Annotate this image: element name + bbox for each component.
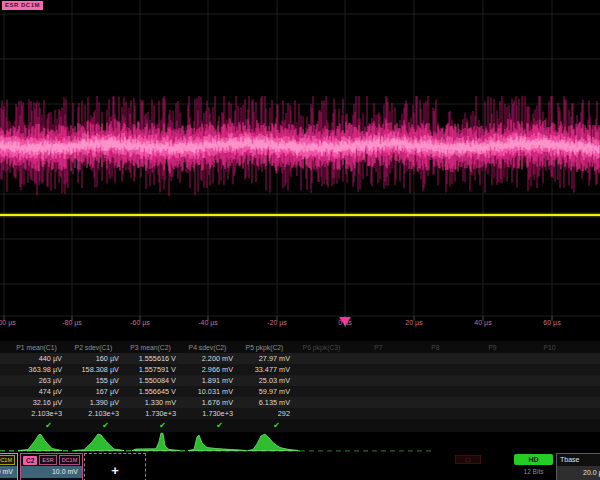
param-header-p10[interactable]: P10 xyxy=(521,344,578,351)
measure-cell: 155 µV xyxy=(65,376,122,385)
measure-cell: 59.97 mV xyxy=(236,387,293,396)
measure-cell: 1.891 mV xyxy=(179,376,236,385)
param-histicon-p5[interactable] xyxy=(248,434,298,451)
oscilloscope-screen: ESR DC1M -100 µs-80 µs-60 µs-40 µs-20 µs… xyxy=(0,0,600,480)
measurement-table: P1 mean(C1)P2 sdev(C1)P3 mean(C2)P4 sdev… xyxy=(0,341,600,432)
measure-cell: 158.308 µV xyxy=(65,365,122,374)
measure-cell: 1.555616 V xyxy=(122,354,179,363)
c1-vdiv-value: 10.0 mV xyxy=(0,466,17,478)
param-header-p3[interactable]: P3 mean(C2) xyxy=(122,344,179,351)
time-axis-label: 40 µs xyxy=(474,319,491,326)
measure-cell: 1.730e+3 xyxy=(179,409,236,418)
measure-cell: 1.330 mV xyxy=(122,398,179,407)
param-header-p7[interactable]: P7 xyxy=(350,344,407,351)
time-axis: -100 µs-80 µs-60 µs-40 µs-20 µs0 µs20 µs… xyxy=(0,317,600,330)
measure-cell: 25.03 mV xyxy=(236,376,293,385)
timebase-descriptor[interactable]: Tbase 20.0 µs/div xyxy=(556,453,600,480)
measure-cell: 32.16 µV xyxy=(8,398,65,407)
time-axis-label: 60 µs xyxy=(543,319,560,326)
time-axis-label: 20 µs xyxy=(405,319,422,326)
histicon-strip xyxy=(0,428,600,456)
c2-vdiv-value: 10.0 mV xyxy=(21,466,82,478)
param-histicon-p1[interactable] xyxy=(18,435,62,451)
measure-cell: 27.97 mV xyxy=(236,354,293,363)
timebase-value: 20.0 µs/div xyxy=(557,466,600,480)
measure-cell: 160 µV xyxy=(65,354,122,363)
hd-badge: HD xyxy=(514,454,553,465)
plot-area xyxy=(0,0,600,332)
param-header-p2[interactable]: P2 sdev(C1) xyxy=(65,344,122,351)
param-header-p4[interactable]: P4 sdev(C2) xyxy=(179,344,236,351)
plus-icon: + xyxy=(111,464,119,477)
param-header-p8[interactable]: P8 xyxy=(407,344,464,351)
measure-cell: 167 µV xyxy=(65,387,122,396)
c2-coupling-tag: DC1M xyxy=(59,455,81,465)
measure-row: 2.103e+32.103e+31.730e+31.730e+3292 xyxy=(0,408,600,419)
measure-row: 474 µV167 µV1.556645 V10.031 mV59.97 mV xyxy=(0,386,600,397)
measure-cell: 363.98 µV xyxy=(8,365,65,374)
measure-cell: 1.556645 V xyxy=(122,387,179,396)
timebase-label: Tbase xyxy=(557,454,600,466)
time-axis-label: -100 µs xyxy=(0,319,16,326)
time-axis-label: -20 µs xyxy=(267,319,287,326)
time-axis-label: -80 µs xyxy=(62,319,82,326)
c2-badge: C2 xyxy=(23,456,37,465)
param-header-p1[interactable]: P1 mean(C1) xyxy=(8,344,65,351)
adc-bits-label: 12 Bits xyxy=(514,468,553,475)
param-header-p6[interactable]: P6 pkpk(C3) xyxy=(293,344,350,351)
time-axis-label: -40 µs xyxy=(198,319,218,326)
measure-cell: 2.966 mV xyxy=(179,365,236,374)
measure-cell: 33.477 mV xyxy=(236,365,293,374)
hd-indicator: HD 12 Bits xyxy=(514,454,553,475)
param-histicon-p4[interactable] xyxy=(188,435,246,451)
measure-cell: 2.103e+3 xyxy=(65,409,122,418)
measure-cell: 263 µV xyxy=(8,376,65,385)
c2-trace-label-chip: ESR DC1M xyxy=(2,1,43,10)
c1-coupling-tag: DC1M xyxy=(0,455,15,465)
time-axis-label: 0 µs xyxy=(338,319,351,326)
measure-cell: 1.550084 V xyxy=(122,376,179,385)
measure-row: 363.98 µV158.308 µV1.557591 V2.966 mV33.… xyxy=(0,364,600,375)
c2-esr-tag: ESR xyxy=(39,455,56,465)
measure-cell: 2.200 mV xyxy=(179,354,236,363)
measure-cell: 292 xyxy=(236,409,293,418)
measure-cell: 10.031 mV xyxy=(179,387,236,396)
measure-cell: 474 µV xyxy=(8,387,65,396)
channel-descriptor-c1[interactable]: C1 ESR DC1M 10.0 mV xyxy=(0,453,18,480)
measure-cell: 6.135 mV xyxy=(236,398,293,407)
time-axis-label: -60 µs xyxy=(130,319,150,326)
add-trace-button[interactable]: + xyxy=(84,453,146,480)
trigger-descriptor[interactable]: C2 xyxy=(455,455,481,464)
measure-row: 263 µV155 µV1.550084 V1.891 mV25.03 mV xyxy=(0,375,600,386)
measure-header-row: P1 mean(C1)P2 sdev(C1)P3 mean(C2)P4 sdev… xyxy=(0,341,600,353)
measure-cell: 1.730e+3 xyxy=(122,409,179,418)
param-header-p9[interactable]: P9 xyxy=(464,344,521,351)
measure-cell: 1.676 mV xyxy=(179,398,236,407)
measure-row: 440 µV160 µV1.555616 V2.200 mV27.97 mV xyxy=(0,353,600,364)
measure-cell: 440 µV xyxy=(8,354,65,363)
measure-cell: 1.390 µV xyxy=(65,398,122,407)
measure-row: 32.16 µV1.390 µV1.330 mV1.676 mV6.135 mV xyxy=(0,397,600,408)
param-header-p5[interactable]: P5 pkpk(C2) xyxy=(236,344,293,351)
param-histicon-p2[interactable] xyxy=(74,434,124,451)
measure-cell: 1.557591 V xyxy=(122,365,179,374)
channel-descriptor-c2[interactable]: C2 ESR DC1M 10.0 mV xyxy=(20,453,83,480)
param-histicon-p3[interactable] xyxy=(132,433,180,451)
c2-waveform xyxy=(0,96,599,196)
measure-cell: 2.103e+3 xyxy=(8,409,65,418)
